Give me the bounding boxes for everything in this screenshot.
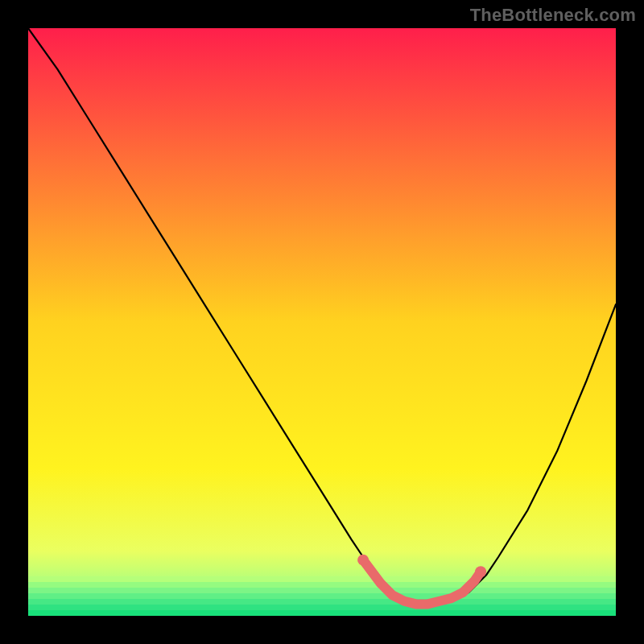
gradient-background <box>28 28 616 616</box>
chart-svg <box>28 28 616 616</box>
gradient-band <box>28 599 616 605</box>
gradient-band <box>28 605 616 610</box>
gradient-band <box>28 576 616 582</box>
watermark-text: TheBottleneck.com <box>470 5 636 26</box>
chart-frame: TheBottleneck.com <box>0 0 644 644</box>
gradient-band <box>28 588 616 593</box>
gradient-band <box>28 610 616 616</box>
marker-end-dot <box>475 566 486 577</box>
gradient-band <box>28 582 616 588</box>
gradient-band <box>28 593 616 599</box>
marker-start-dot <box>357 555 369 566</box>
plot-area <box>28 28 616 616</box>
